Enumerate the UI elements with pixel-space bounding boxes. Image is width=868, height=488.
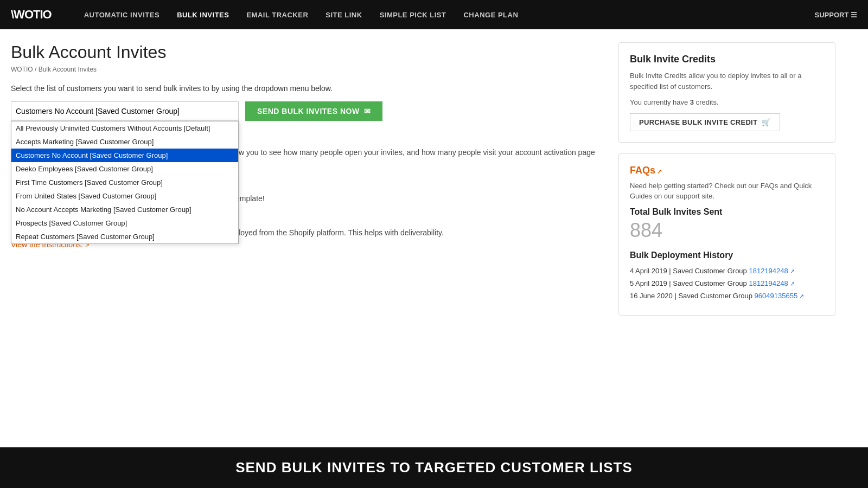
send-bulk-invites-button[interactable]: SEND BULK INVITES NOW ✉	[245, 101, 382, 121]
dropdown-option[interactable]: From United States [Saved Customer Group…	[11, 189, 238, 203]
breadcrumb: WOTIO / Bulk Account Invites	[11, 66, 602, 73]
main-content: Bulk Account Invites WOTIO / Bulk Accoun…	[11, 42, 602, 326]
breadcrumb-current: Bulk Account Invites	[39, 66, 97, 73]
select-wrapper: All Previously Uninvited Customers Witho…	[11, 101, 239, 121]
total-count: 884	[630, 219, 824, 242]
total-label: Total Bulk Invites Sent	[630, 207, 824, 217]
dropdown-open: All Previously Uninvited Customers Witho…	[11, 121, 239, 244]
purchase-button[interactable]: PURCHASE BULK INVITE CREDIT 🛒	[630, 113, 780, 131]
nav-item-automatic-invites[interactable]: AUTOMATIC INVITES	[84, 10, 159, 19]
credits-card: Bulk Invite Credits Bulk Invite Credits …	[618, 42, 835, 143]
history-item-1: 4 April 2019 | Saved Customer Group 1812…	[630, 267, 824, 275]
support-menu[interactable]: SUPPORT ☰	[815, 11, 857, 19]
navigation: \WOTIO AUTOMATIC INVITES BULK INVITES EM…	[0, 0, 868, 29]
nav-item-bulk-invites[interactable]: BULK INVITES	[177, 10, 229, 19]
history-link-3[interactable]: 96049135655	[755, 292, 805, 300]
dropdown-option[interactable]: Deeko Employees [Saved Customer Group]	[11, 162, 238, 176]
credits-title: Bulk Invite Credits	[630, 54, 824, 65]
purchase-btn-label: PURCHASE BULK INVITE CREDIT	[639, 118, 757, 126]
faqs-title: FAQs	[630, 165, 824, 176]
history-title: Bulk Deployment History	[630, 251, 824, 260]
dropdown-option[interactable]: Accepts Marketing [Saved Customer Group]	[11, 135, 238, 149]
dropdown-option[interactable]: No Account Accepts Marketing [Saved Cust…	[11, 203, 238, 216]
sidebar: Bulk Invite Credits Bulk Invite Credits …	[618, 42, 835, 326]
nav-item-site-link[interactable]: SITE LINK	[326, 10, 362, 19]
credits-number: 3	[690, 98, 694, 106]
history-item-2: 5 April 2019 | Saved Customer Group 1812…	[630, 279, 824, 287]
description-text: Select the list of customers you want to…	[11, 84, 602, 93]
dropdown-option[interactable]: Prospects [Saved Customer Group]	[11, 216, 238, 230]
history-link-2[interactable]: 1812194248	[749, 279, 794, 287]
credits-desc: Bulk Invite Credits allow you to deploy …	[630, 70, 824, 92]
faqs-link[interactable]: FAQs	[630, 165, 662, 176]
page-title: Bulk Account Invites	[11, 42, 602, 62]
breadcrumb-home[interactable]: WOTIO	[11, 66, 33, 73]
nav-links: AUTOMATIC INVITES BULK INVITES EMAIL TRA…	[84, 10, 519, 19]
nav-item-simple-pick-list[interactable]: SIMPLE PICK LIST	[380, 10, 446, 19]
history-item-3: 16 June 2020 | Saved Customer Group 9604…	[630, 292, 824, 300]
customer-select[interactable]: All Previously Uninvited Customers Witho…	[11, 101, 239, 121]
dropdown-option[interactable]: Customers No Account [Saved Customer Gro…	[11, 149, 238, 162]
credits-count-text: You currently have 3 credits.	[630, 97, 824, 108]
faqs-card: FAQs Need help getting started? Check ou…	[618, 153, 835, 316]
dropdown-option[interactable]: First Time Customers [Saved Customer Gro…	[11, 176, 238, 189]
dropdown-row: All Previously Uninvited Customers Witho…	[11, 101, 602, 121]
nav-item-change-plan[interactable]: CHANGE PLAN	[463, 10, 518, 19]
send-btn-label: SEND BULK INVITES NOW	[257, 107, 360, 115]
history-link-1[interactable]: 1812194248	[749, 267, 794, 275]
nav-item-email-tracker[interactable]: EMAIL TRACKER	[246, 10, 308, 19]
dropdown-option[interactable]: All Previously Uninvited Customers Witho…	[11, 121, 238, 135]
cart-icon: 🛒	[762, 118, 770, 126]
send-icon: ✉	[364, 107, 371, 115]
dropdown-option[interactable]: Repeat Customers [Saved Customer Group]	[11, 230, 238, 243]
faqs-desc: Need help getting started? Check out our…	[630, 181, 824, 202]
logo: \WOTIO	[11, 8, 52, 22]
